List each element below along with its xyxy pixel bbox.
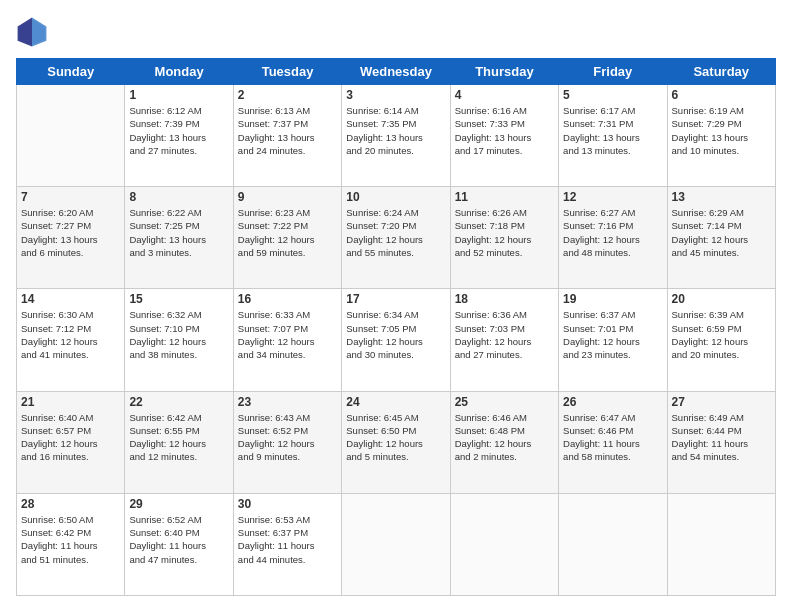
day-number: 20 (672, 292, 771, 306)
calendar-cell: 8Sunrise: 6:22 AM Sunset: 7:25 PM Daylig… (125, 187, 233, 289)
weekday-header: Thursday (450, 59, 558, 85)
day-number: 29 (129, 497, 228, 511)
day-number: 21 (21, 395, 120, 409)
day-info: Sunrise: 6:42 AM Sunset: 6:55 PM Dayligh… (129, 411, 228, 464)
day-info: Sunrise: 6:13 AM Sunset: 7:37 PM Dayligh… (238, 104, 337, 157)
day-info: Sunrise: 6:20 AM Sunset: 7:27 PM Dayligh… (21, 206, 120, 259)
day-info: Sunrise: 6:45 AM Sunset: 6:50 PM Dayligh… (346, 411, 445, 464)
day-info: Sunrise: 6:32 AM Sunset: 7:10 PM Dayligh… (129, 308, 228, 361)
calendar-cell: 1Sunrise: 6:12 AM Sunset: 7:39 PM Daylig… (125, 85, 233, 187)
calendar-cell: 12Sunrise: 6:27 AM Sunset: 7:16 PM Dayli… (559, 187, 667, 289)
calendar-cell: 15Sunrise: 6:32 AM Sunset: 7:10 PM Dayli… (125, 289, 233, 391)
weekday-header: Monday (125, 59, 233, 85)
day-number: 3 (346, 88, 445, 102)
day-info: Sunrise: 6:46 AM Sunset: 6:48 PM Dayligh… (455, 411, 554, 464)
calendar: SundayMondayTuesdayWednesdayThursdayFrid… (16, 58, 776, 596)
day-number: 22 (129, 395, 228, 409)
calendar-cell: 14Sunrise: 6:30 AM Sunset: 7:12 PM Dayli… (17, 289, 125, 391)
calendar-cell: 22Sunrise: 6:42 AM Sunset: 6:55 PM Dayli… (125, 391, 233, 493)
calendar-week-row: 7Sunrise: 6:20 AM Sunset: 7:27 PM Daylig… (17, 187, 776, 289)
calendar-cell: 19Sunrise: 6:37 AM Sunset: 7:01 PM Dayli… (559, 289, 667, 391)
weekday-header-row: SundayMondayTuesdayWednesdayThursdayFrid… (17, 59, 776, 85)
svg-marker-1 (32, 18, 46, 47)
day-info: Sunrise: 6:52 AM Sunset: 6:40 PM Dayligh… (129, 513, 228, 566)
day-info: Sunrise: 6:14 AM Sunset: 7:35 PM Dayligh… (346, 104, 445, 157)
calendar-cell: 3Sunrise: 6:14 AM Sunset: 7:35 PM Daylig… (342, 85, 450, 187)
calendar-cell: 10Sunrise: 6:24 AM Sunset: 7:20 PM Dayli… (342, 187, 450, 289)
calendar-cell: 6Sunrise: 6:19 AM Sunset: 7:29 PM Daylig… (667, 85, 775, 187)
calendar-cell: 20Sunrise: 6:39 AM Sunset: 6:59 PM Dayli… (667, 289, 775, 391)
day-info: Sunrise: 6:29 AM Sunset: 7:14 PM Dayligh… (672, 206, 771, 259)
day-number: 1 (129, 88, 228, 102)
calendar-cell: 16Sunrise: 6:33 AM Sunset: 7:07 PM Dayli… (233, 289, 341, 391)
day-number: 8 (129, 190, 228, 204)
svg-marker-2 (18, 18, 32, 47)
day-info: Sunrise: 6:36 AM Sunset: 7:03 PM Dayligh… (455, 308, 554, 361)
day-number: 13 (672, 190, 771, 204)
weekday-header: Saturday (667, 59, 775, 85)
calendar-cell (667, 493, 775, 595)
day-number: 23 (238, 395, 337, 409)
day-number: 2 (238, 88, 337, 102)
calendar-cell: 26Sunrise: 6:47 AM Sunset: 6:46 PM Dayli… (559, 391, 667, 493)
logo-icon (16, 16, 48, 48)
day-number: 7 (21, 190, 120, 204)
calendar-cell: 29Sunrise: 6:52 AM Sunset: 6:40 PM Dayli… (125, 493, 233, 595)
day-info: Sunrise: 6:39 AM Sunset: 6:59 PM Dayligh… (672, 308, 771, 361)
day-number: 18 (455, 292, 554, 306)
calendar-cell: 28Sunrise: 6:50 AM Sunset: 6:42 PM Dayli… (17, 493, 125, 595)
calendar-cell: 2Sunrise: 6:13 AM Sunset: 7:37 PM Daylig… (233, 85, 341, 187)
day-number: 25 (455, 395, 554, 409)
day-info: Sunrise: 6:43 AM Sunset: 6:52 PM Dayligh… (238, 411, 337, 464)
calendar-cell: 18Sunrise: 6:36 AM Sunset: 7:03 PM Dayli… (450, 289, 558, 391)
day-info: Sunrise: 6:17 AM Sunset: 7:31 PM Dayligh… (563, 104, 662, 157)
day-info: Sunrise: 6:50 AM Sunset: 6:42 PM Dayligh… (21, 513, 120, 566)
day-info: Sunrise: 6:23 AM Sunset: 7:22 PM Dayligh… (238, 206, 337, 259)
day-number: 17 (346, 292, 445, 306)
header (16, 16, 776, 48)
day-number: 6 (672, 88, 771, 102)
calendar-cell (342, 493, 450, 595)
day-number: 12 (563, 190, 662, 204)
calendar-cell (17, 85, 125, 187)
day-number: 15 (129, 292, 228, 306)
day-info: Sunrise: 6:53 AM Sunset: 6:37 PM Dayligh… (238, 513, 337, 566)
day-info: Sunrise: 6:33 AM Sunset: 7:07 PM Dayligh… (238, 308, 337, 361)
calendar-cell: 24Sunrise: 6:45 AM Sunset: 6:50 PM Dayli… (342, 391, 450, 493)
calendar-week-row: 1Sunrise: 6:12 AM Sunset: 7:39 PM Daylig… (17, 85, 776, 187)
calendar-cell: 7Sunrise: 6:20 AM Sunset: 7:27 PM Daylig… (17, 187, 125, 289)
weekday-header: Friday (559, 59, 667, 85)
day-info: Sunrise: 6:37 AM Sunset: 7:01 PM Dayligh… (563, 308, 662, 361)
day-number: 4 (455, 88, 554, 102)
logo (16, 16, 52, 48)
calendar-week-row: 21Sunrise: 6:40 AM Sunset: 6:57 PM Dayli… (17, 391, 776, 493)
day-info: Sunrise: 6:40 AM Sunset: 6:57 PM Dayligh… (21, 411, 120, 464)
day-number: 9 (238, 190, 337, 204)
calendar-cell (450, 493, 558, 595)
calendar-week-row: 14Sunrise: 6:30 AM Sunset: 7:12 PM Dayli… (17, 289, 776, 391)
day-info: Sunrise: 6:12 AM Sunset: 7:39 PM Dayligh… (129, 104, 228, 157)
day-number: 27 (672, 395, 771, 409)
day-info: Sunrise: 6:22 AM Sunset: 7:25 PM Dayligh… (129, 206, 228, 259)
calendar-week-row: 28Sunrise: 6:50 AM Sunset: 6:42 PM Dayli… (17, 493, 776, 595)
calendar-cell: 5Sunrise: 6:17 AM Sunset: 7:31 PM Daylig… (559, 85, 667, 187)
day-info: Sunrise: 6:24 AM Sunset: 7:20 PM Dayligh… (346, 206, 445, 259)
weekday-header: Sunday (17, 59, 125, 85)
page: SundayMondayTuesdayWednesdayThursdayFrid… (0, 0, 792, 612)
calendar-cell: 30Sunrise: 6:53 AM Sunset: 6:37 PM Dayli… (233, 493, 341, 595)
day-info: Sunrise: 6:26 AM Sunset: 7:18 PM Dayligh… (455, 206, 554, 259)
calendar-cell: 23Sunrise: 6:43 AM Sunset: 6:52 PM Dayli… (233, 391, 341, 493)
weekday-header: Tuesday (233, 59, 341, 85)
calendar-cell: 17Sunrise: 6:34 AM Sunset: 7:05 PM Dayli… (342, 289, 450, 391)
day-number: 16 (238, 292, 337, 306)
day-number: 28 (21, 497, 120, 511)
calendar-cell: 9Sunrise: 6:23 AM Sunset: 7:22 PM Daylig… (233, 187, 341, 289)
day-number: 19 (563, 292, 662, 306)
calendar-cell: 25Sunrise: 6:46 AM Sunset: 6:48 PM Dayli… (450, 391, 558, 493)
calendar-cell: 11Sunrise: 6:26 AM Sunset: 7:18 PM Dayli… (450, 187, 558, 289)
day-number: 26 (563, 395, 662, 409)
day-number: 10 (346, 190, 445, 204)
calendar-cell: 21Sunrise: 6:40 AM Sunset: 6:57 PM Dayli… (17, 391, 125, 493)
day-info: Sunrise: 6:27 AM Sunset: 7:16 PM Dayligh… (563, 206, 662, 259)
day-number: 11 (455, 190, 554, 204)
